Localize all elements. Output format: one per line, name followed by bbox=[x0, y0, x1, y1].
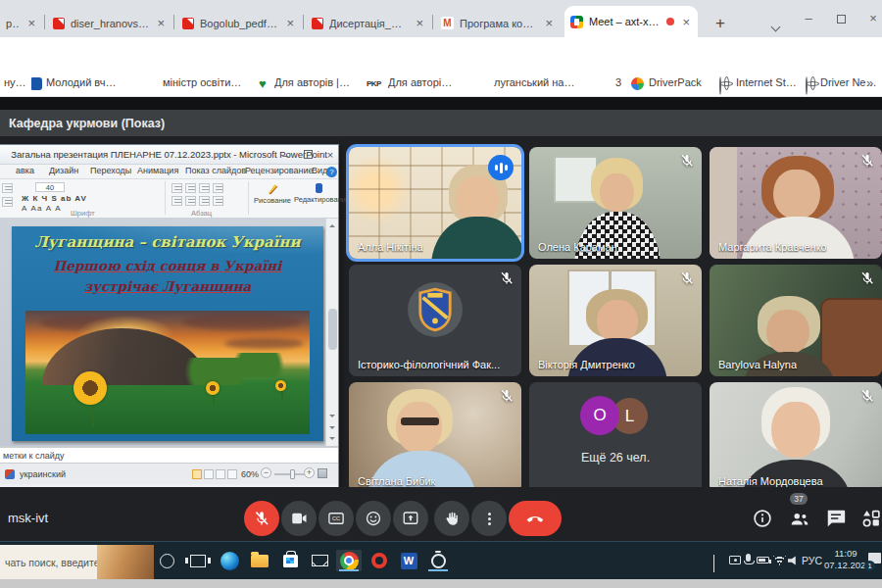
slide[interactable]: Луганщина – світанок України Першою схід… bbox=[12, 226, 323, 441]
new-tab-button[interactable]: + bbox=[708, 10, 733, 35]
font-case-buttons[interactable]: А Аа А А bbox=[22, 204, 62, 213]
clipboard-icon[interactable] bbox=[2, 183, 13, 193]
participant-tile[interactable]: Олена Караман bbox=[529, 147, 702, 259]
fit-to-window-icon[interactable] bbox=[318, 468, 327, 478]
zoom-in-icon[interactable]: + bbox=[304, 467, 315, 478]
ribbon-tab[interactable]: Вид bbox=[312, 166, 327, 175]
participants-button[interactable] bbox=[789, 508, 810, 529]
taskbar-search-box[interactable]: чать поиск, введите bbox=[0, 545, 154, 579]
word-icon[interactable]: W bbox=[396, 550, 421, 571]
cortana-icon[interactable] bbox=[154, 550, 179, 571]
notes-pane[interactable]: метки к слайду bbox=[0, 446, 338, 463]
powerpoint-window[interactable]: Загальна презентация ПЛЕНАРНЕ 07.12.2023… bbox=[0, 145, 338, 488]
file-explorer-icon[interactable] bbox=[247, 550, 272, 571]
slide-sorter-view-icon[interactable] bbox=[204, 469, 214, 479]
align-left-icon[interactable] bbox=[172, 196, 182, 206]
tab-pdf-bogolub[interactable]: Bogolub_pedfac_2021 × bbox=[176, 9, 302, 37]
clipboard-icon[interactable] bbox=[2, 197, 13, 207]
zoom-slider-thumb[interactable] bbox=[290, 469, 295, 479]
participant-tile[interactable]: Алла Нікітіна bbox=[349, 147, 521, 259]
close-icon[interactable]: × bbox=[155, 17, 167, 29]
participant-tile[interactable]: Історико-філологічний Фак... bbox=[349, 265, 521, 376]
tab-meet-active[interactable]: Meet – axt-xmsk- × bbox=[564, 6, 698, 37]
spellcheck-icon[interactable] bbox=[5, 469, 15, 479]
close-icon[interactable]: × bbox=[25, 17, 37, 29]
list-icon[interactable] bbox=[185, 183, 196, 193]
list-icon[interactable] bbox=[172, 183, 182, 193]
participant-tile[interactable]: Вікторія Дмитренко bbox=[529, 265, 702, 376]
edge-icon[interactable] bbox=[217, 550, 242, 571]
ppt-minimize-button[interactable]: – bbox=[277, 149, 293, 161]
bookmark-item[interactable]: Молодий вчений - К... bbox=[46, 76, 121, 88]
present-button[interactable] bbox=[393, 501, 428, 536]
participant-tile[interactable]: Маргарита Кравченко bbox=[710, 147, 882, 259]
bookmark-item[interactable]: 3 bbox=[615, 76, 621, 88]
zoom-out-icon[interactable]: − bbox=[261, 467, 271, 478]
bookmark-item[interactable]: Для авторів | Перспе... bbox=[274, 76, 353, 88]
close-icon[interactable]: × bbox=[543, 17, 555, 29]
close-icon[interactable]: × bbox=[284, 17, 296, 29]
ribbon-tab[interactable]: Дизайн bbox=[49, 166, 78, 175]
bookmark-item[interactable]: міністр освіти і наук... bbox=[163, 76, 243, 88]
ribbon-tab[interactable]: авка bbox=[16, 166, 34, 175]
task-view-icon[interactable] bbox=[185, 550, 211, 571]
tab-partial[interactable]: ровь × bbox=[0, 9, 43, 37]
editing-button[interactable]: Редактирование bbox=[294, 183, 337, 205]
close-icon[interactable]: × bbox=[414, 17, 425, 29]
window-maximize-button[interactable] bbox=[837, 15, 846, 24]
font-style-buttons[interactable]: Ж К Ч S ab AV bbox=[22, 194, 87, 203]
search-highlight-image[interactable] bbox=[97, 545, 154, 579]
ppt-maximize-button[interactable] bbox=[304, 150, 313, 159]
raise-hand-button[interactable] bbox=[434, 501, 469, 536]
mail-icon[interactable] bbox=[307, 550, 332, 571]
tab-search-chevron-icon[interactable] bbox=[772, 17, 779, 34]
tray-clock[interactable]: 11:09 07.12.2023 bbox=[824, 548, 867, 572]
ppt-close-button[interactable]: × bbox=[322, 149, 338, 161]
align-right-icon[interactable] bbox=[199, 196, 210, 206]
zoom-percent[interactable]: 60% bbox=[241, 469, 259, 479]
close-icon[interactable]: × bbox=[680, 16, 692, 28]
chat-button[interactable] bbox=[825, 508, 847, 529]
opera-icon[interactable] bbox=[367, 550, 392, 571]
activities-button[interactable] bbox=[860, 508, 882, 529]
bookmarks-overflow-icon[interactable]: » bbox=[866, 75, 873, 90]
drawing-button[interactable]: Рисование bbox=[251, 183, 294, 206]
bookmark-item[interactable]: DriverPack bbox=[649, 76, 702, 88]
indent-icon[interactable] bbox=[199, 183, 210, 193]
scrollbar-thumb[interactable] bbox=[328, 309, 337, 350]
ribbon-tab[interactable]: Показ слайдов bbox=[185, 166, 246, 175]
window-minimize-button[interactable]: – bbox=[800, 11, 817, 25]
captions-button[interactable]: CC bbox=[318, 501, 354, 536]
columns-icon[interactable] bbox=[213, 183, 223, 193]
tray-battery-icon[interactable] bbox=[757, 557, 769, 564]
window-close-button[interactable]: × bbox=[864, 11, 882, 25]
font-size-box[interactable]: 40 bbox=[35, 182, 65, 192]
tray-volume-icon[interactable] bbox=[788, 556, 800, 565]
slide-editing-area[interactable]: Луганщина – світанок України Першою схід… bbox=[0, 219, 338, 446]
microsoft-store-icon[interactable] bbox=[277, 550, 303, 571]
bookmark-item[interactable]: Для авторів | Vĕda a... bbox=[388, 76, 453, 88]
chrome-taskbar-icon[interactable] bbox=[336, 550, 362, 571]
participant-tile[interactable]: Наталія Мордовцева bbox=[710, 382, 882, 493]
bookmark-item[interactable]: ну і... bbox=[4, 76, 27, 88]
tab-pdf-dysertatsiia[interactable]: Дисертація_Руднік_Ю × bbox=[306, 9, 431, 37]
normal-view-icon[interactable] bbox=[192, 469, 202, 479]
tab-pdf-diser[interactable]: diser_hranovska.pdf × bbox=[47, 9, 172, 37]
reading-view-icon[interactable] bbox=[216, 469, 225, 479]
bookmark-item[interactable]: Internet Start bbox=[736, 76, 797, 88]
mute-button[interactable] bbox=[244, 501, 279, 536]
tray-language-indicator[interactable]: РУС bbox=[802, 555, 822, 566]
ribbon-tab[interactable]: Анимация bbox=[137, 166, 178, 175]
more-options-button[interactable] bbox=[471, 501, 507, 536]
ribbon-tab[interactable]: Рецензирование bbox=[245, 166, 314, 175]
reactions-button[interactable] bbox=[356, 501, 391, 536]
end-call-button[interactable] bbox=[509, 501, 562, 536]
slideshow-view-icon[interactable] bbox=[227, 469, 237, 479]
tray-display-icon[interactable] bbox=[729, 556, 741, 564]
participant-tile[interactable]: Світлана Бибик bbox=[349, 382, 521, 493]
language-indicator[interactable]: украинский bbox=[20, 469, 66, 479]
justify-icon[interactable] bbox=[213, 196, 223, 206]
bookmark-item[interactable]: луганський національ... bbox=[494, 76, 578, 88]
tray-wifi-icon[interactable] bbox=[773, 556, 786, 565]
align-center-icon[interactable] bbox=[185, 196, 196, 206]
